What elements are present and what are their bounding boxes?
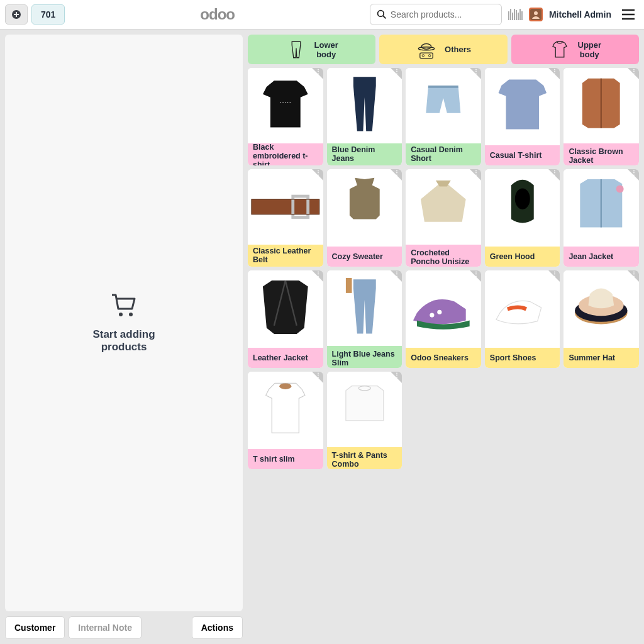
product-image: [485, 270, 560, 348]
product-label: Sport Shoes: [485, 348, 560, 368]
svg-point-10: [422, 54, 424, 56]
svg-rect-18: [345, 278, 352, 293]
category-upper[interactable]: Upperbody: [511, 35, 639, 64]
info-icon: ⋮: [394, 170, 400, 176]
customer-button[interactable]: Customer: [5, 616, 65, 639]
product-card[interactable]: ⋮• • • • •Black embroidered t-shirt: [248, 68, 323, 165]
info-icon: ⋮: [552, 170, 558, 176]
category-label: Lowerbody: [314, 40, 338, 59]
product-label: Classic Brown Jacket: [564, 143, 639, 165]
cart-icon: [92, 292, 155, 323]
product-label: Odoo Sneakers: [406, 348, 481, 368]
header-center: odoo: [65, 6, 370, 23]
product-card[interactable]: ⋮Sport Shoes: [485, 270, 560, 368]
header-left: 701: [5, 4, 65, 25]
menu-icon: [621, 9, 635, 20]
order-number-badge[interactable]: 701: [31, 4, 65, 25]
product-image: [327, 169, 402, 247]
info-icon: ⋮: [315, 170, 321, 176]
info-icon: ⋮: [631, 69, 637, 75]
svg-point-4: [534, 11, 538, 15]
info-icon: ⋮: [473, 170, 479, 176]
svg-point-6: [129, 313, 133, 316]
product-card[interactable]: ⋮Jean Jacket: [564, 169, 639, 267]
info-icon: ⋮: [394, 69, 400, 75]
svg-point-8: [418, 47, 435, 50]
plus-circle-icon: [11, 9, 21, 19]
product-card[interactable]: ⋮Crocheted Poncho Unisize: [406, 169, 481, 267]
product-label: Casual T-shirt: [485, 145, 560, 165]
product-card[interactable]: ⋮Cozy Sweater: [327, 169, 402, 267]
header: 701 odoo Mitchell Admin: [0, 0, 644, 30]
product-card[interactable]: ⋮Classic Brown Jacket: [564, 68, 639, 165]
category-label: Others: [445, 45, 471, 54]
info-icon: ⋮: [315, 271, 321, 277]
svg-text:• • • • •: • • • • •: [280, 101, 291, 104]
empty-line1: Start adding: [92, 328, 155, 341]
product-card[interactable]: ⋮Casual Denim Short: [406, 68, 481, 165]
product-image: [248, 270, 323, 348]
svg-point-24: [279, 383, 291, 389]
header-right: Mitchell Admin: [370, 4, 639, 25]
svg-point-5: [119, 313, 123, 316]
main: Start adding products Customer Internal …: [0, 30, 644, 644]
product-label: Jean Jacket: [564, 247, 639, 267]
product-label: Black embroidered t-shirt: [248, 143, 323, 165]
product-card[interactable]: ⋮Summer Hat: [564, 270, 639, 368]
category-others[interactable]: Others: [379, 35, 507, 64]
product-image: [485, 169, 560, 247]
info-icon: ⋮: [394, 372, 400, 379]
product-label: Classic Leather Belt: [248, 245, 323, 267]
order-area: Start adding products: [5, 35, 243, 611]
user-avatar[interactable]: [529, 8, 543, 21]
product-card[interactable]: ⋮Leather Jacket: [248, 270, 323, 368]
product-label: Summer Hat: [564, 348, 639, 368]
product-card[interactable]: ⋮Green Hood: [485, 169, 560, 267]
hamburger-menu[interactable]: [618, 4, 639, 25]
product-card[interactable]: ⋮Light Blue Jeans Slim: [327, 270, 402, 368]
svg-point-11: [428, 54, 430, 56]
info-icon: ⋮: [552, 271, 558, 277]
product-label: Blue Denim Jeans: [327, 143, 402, 165]
product-card[interactable]: ⋮Casual T-shirt: [485, 68, 560, 165]
product-card[interactable]: ⋮T-shirt & Pants Combo: [327, 372, 402, 469]
order-buttons: Customer Internal Note Actions: [5, 616, 243, 639]
add-button[interactable]: [5, 4, 28, 25]
odoo-logo: odoo: [200, 6, 235, 23]
product-image: [564, 169, 639, 247]
info-icon: ⋮: [631, 271, 637, 277]
product-card[interactable]: ⋮Blue Denim Jeans: [327, 68, 402, 165]
category-lower[interactable]: Lowerbody: [248, 35, 375, 64]
svg-line-2: [383, 16, 386, 18]
product-image: [564, 270, 639, 348]
info-icon: ⋮: [315, 372, 321, 379]
user-name: Mitchell Admin: [549, 9, 611, 19]
catalog-pane: LowerbodyOthersUpperbody ⋮• • • • •Black…: [248, 30, 644, 644]
product-label: T shirt slim: [248, 449, 323, 469]
product-label: Leather Jacket: [248, 348, 323, 368]
product-card[interactable]: ⋮Classic Leather Belt: [248, 169, 323, 267]
category-label: Upperbody: [578, 40, 602, 59]
svg-point-19: [430, 313, 434, 317]
search-input-wrap[interactable]: [370, 4, 502, 25]
product-label: Light Blue Jeans Slim: [327, 346, 402, 368]
product-card[interactable]: ⋮Odoo Sneakers: [406, 270, 481, 368]
search-icon: [377, 9, 387, 20]
svg-point-17: [616, 186, 624, 193]
info-icon: ⋮: [394, 271, 400, 277]
product-grid: ⋮• • • • •Black embroidered t-shirt⋮Blue…: [248, 68, 639, 469]
svg-point-7: [421, 43, 431, 49]
info-icon: ⋮: [315, 69, 321, 75]
product-label: Green Hood: [485, 247, 560, 267]
svg-point-16: [515, 188, 530, 209]
actions-button[interactable]: Actions: [192, 616, 243, 639]
product-card[interactable]: ⋮T shirt slim: [248, 372, 323, 469]
barcode-icon[interactable]: [508, 9, 523, 20]
order-pane: Start adding products Customer Internal …: [0, 30, 248, 644]
product-label: T-shirt & Pants Combo: [327, 447, 402, 469]
product-image: [248, 372, 323, 449]
info-icon: ⋮: [631, 170, 637, 176]
internal-note-button[interactable]: Internal Note: [69, 616, 142, 639]
info-icon: ⋮: [552, 69, 558, 75]
search-input[interactable]: [391, 9, 495, 19]
